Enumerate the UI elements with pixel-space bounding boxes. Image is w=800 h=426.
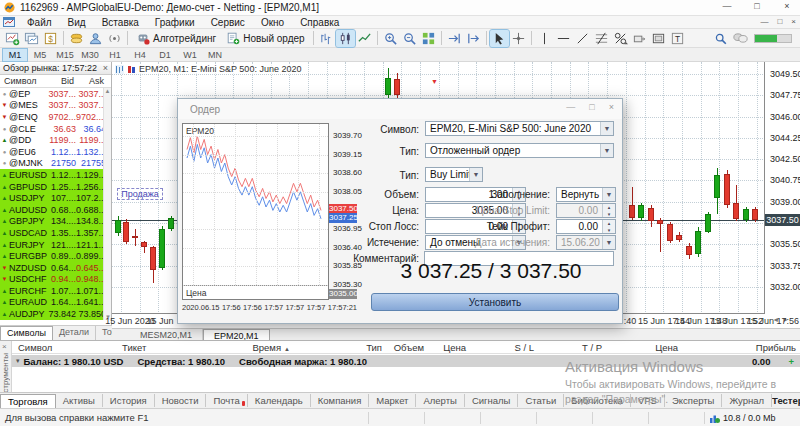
- text-tool-icon[interactable]: T: [668, 30, 687, 47]
- strategy-tester-tab[interactable]: Тестер стратегий: [772, 395, 800, 406]
- timeframe-MN[interactable]: MN: [203, 49, 227, 61]
- trade-column-Время[interactable]: Время▲: [210, 342, 294, 353]
- toolbox-tab-Календарь[interactable]: Календарь: [248, 394, 311, 407]
- fibonacci-tool-icon[interactable]: [592, 30, 611, 47]
- market-row-EURJPY[interactable]: ▲EURJPY121....121.1...: [0, 239, 111, 251]
- toolbox-tab-Библиотека[interactable]: Библиотека: [564, 394, 631, 407]
- auto-scroll-icon[interactable]: [445, 30, 464, 47]
- market-row-EURAUD[interactable]: ▲EURAUD1.64...1.641...: [0, 297, 111, 309]
- market-row-GBPUSD[interactable]: ▲GBPUSD1.25...1.256...: [0, 181, 111, 193]
- chevron-down-icon[interactable]: ▼: [600, 144, 613, 157]
- toolbox-tab-Сигналы[interactable]: Сигналы: [465, 394, 519, 407]
- trade-column-S / L[interactable]: S / L: [470, 342, 538, 353]
- toolbox-tab-Эксперты[interactable]: Эксперты: [665, 394, 723, 407]
- trade-column-Объем[interactable]: Объем: [386, 342, 428, 353]
- search-icon[interactable]: [714, 32, 727, 45]
- menu-item-Окно[interactable]: Окно: [253, 17, 292, 28]
- market-row-GBPJPY[interactable]: ▲GBPJPY134....134.8...: [0, 216, 111, 228]
- new-order-button[interactable]: Новый ордер: [221, 30, 310, 47]
- toolbox-tab-Статьи[interactable]: Статьи: [518, 394, 564, 407]
- chevron-down-icon[interactable]: ▼: [600, 122, 613, 135]
- toolbox-tab-Журнал[interactable]: Журнал: [722, 394, 772, 407]
- accounts-icon[interactable]: [86, 30, 105, 47]
- scroll-up-icon[interactable]: ▲: [105, 88, 111, 94]
- mdi-close-icon[interactable]: ×: [791, 17, 796, 26]
- timeframe-W1[interactable]: W1: [178, 49, 202, 61]
- timeframe-H4[interactable]: H4: [128, 49, 152, 61]
- toolbox-tab-Компания[interactable]: Компания: [311, 394, 369, 407]
- chevron-down-icon[interactable]: ▼: [469, 168, 482, 181]
- signals-icon[interactable]: [105, 30, 124, 47]
- timeframe-M15[interactable]: M15: [53, 49, 77, 61]
- trade-column-Тип[interactable]: Тип: [294, 342, 386, 353]
- order-kind-select[interactable]: Отложенный ордер ▼: [425, 143, 614, 158]
- new-chart-icon[interactable]: [3, 30, 22, 47]
- trade-column-Символ[interactable]: Символ: [12, 342, 116, 353]
- dialog-minimize-icon[interactable]: —: [566, 102, 575, 112]
- trade-column-Прибыль[interactable]: Прибыль: [682, 342, 800, 353]
- cursor-icon[interactable]: [490, 30, 509, 47]
- menu-item-Сервис[interactable]: Сервис: [203, 17, 253, 28]
- market-row-USDCHF[interactable]: ▼USDCHF0.94...0.948...: [0, 274, 111, 286]
- market-row-@EP[interactable]: ●@EP3037...3037...: [0, 88, 111, 100]
- symbol-select[interactable]: EPM20, E-Mini S&P 500: June 2020 ▼: [425, 121, 614, 136]
- history-quotes-icon[interactable]: [67, 30, 86, 47]
- place-order-button[interactable]: Установить: [371, 293, 619, 311]
- timeframe-H1[interactable]: H1: [103, 49, 127, 61]
- minimize-icon[interactable]: —: [720, 1, 734, 11]
- fill-policy-select[interactable]: Вернуть ▼: [556, 187, 616, 202]
- trade-column-Цена[interactable]: Цена: [606, 342, 682, 353]
- market-row-USDJPY[interactable]: ▲USDJPY107....107.2...: [0, 192, 111, 204]
- market-row-@MJNK[interactable]: ●@MJNK2175021755: [0, 158, 111, 170]
- insert-objects-icon[interactable]: [630, 30, 649, 47]
- toolbox-tab-Новости[interactable]: Новости: [155, 394, 207, 407]
- crosshair-icon[interactable]: [509, 30, 528, 47]
- market-row-NZDUSD[interactable]: ▼NZDUSD0.64...0.645...: [0, 262, 111, 274]
- dialog-maximize-icon[interactable]: □: [589, 102, 594, 112]
- zoom-in-icon[interactable]: [381, 30, 400, 47]
- mdi-minimize-icon[interactable]: —: [760, 17, 768, 26]
- spin-down-icon[interactable]: ▾: [603, 227, 615, 234]
- horizontal-line-tool-icon[interactable]: [554, 30, 573, 47]
- candlestick-mode-icon[interactable]: [336, 30, 355, 47]
- market-row-@MES[interactable]: ▼@MES3037...3037...: [0, 100, 111, 112]
- menu-item-Вставка[interactable]: Вставка: [94, 17, 147, 28]
- take-profit-stepper[interactable]: 0.00 ▴▾: [556, 219, 616, 234]
- indicator-window-icon[interactable]: [649, 30, 668, 47]
- market-watch-tab-Символы[interactable]: Символы: [0, 326, 53, 340]
- close-icon[interactable]: ×: [780, 1, 794, 11]
- dialog-close-icon[interactable]: ×: [609, 102, 614, 112]
- trendline-tool-icon[interactable]: [573, 30, 592, 47]
- toolbox-tab-VPS[interactable]: VPS: [631, 394, 665, 407]
- market-watch-close-icon[interactable]: ×: [103, 63, 108, 73]
- menu-item-Вид[interactable]: Вид: [60, 17, 94, 28]
- vertical-line-tool-icon[interactable]: [535, 30, 554, 47]
- timeframe-M5[interactable]: M5: [28, 49, 52, 61]
- chart-tab-MESM20,M1[interactable]: MESM20,M1: [130, 329, 203, 340]
- algo-trading-button[interactable]: Алготрейдинг: [131, 30, 221, 47]
- market-row-@EU6[interactable]: ●@EU61.12...1.132...: [0, 146, 111, 158]
- shapes-tool-icon[interactable]: [611, 30, 630, 47]
- community-chat-icon[interactable]: [733, 32, 748, 44]
- maximize-icon[interactable]: □: [750, 1, 764, 11]
- toolbox-tab-Активы[interactable]: Активы: [56, 394, 103, 407]
- zoom-out-icon[interactable]: [400, 30, 419, 47]
- mdi-restore-icon[interactable]: □: [777, 17, 782, 26]
- column-ask[interactable]: Ask: [74, 76, 106, 86]
- market-row-AUDUSD[interactable]: ▲AUDUSD0.68...0.688...: [0, 204, 111, 216]
- toolbox-close-icon[interactable]: ×: [2, 342, 7, 351]
- toolbox-tab-Маркет[interactable]: Маркет: [369, 394, 416, 407]
- bar-chart-mode-icon[interactable]: [317, 30, 336, 47]
- trade-column-T / P[interactable]: T / P: [538, 342, 606, 353]
- market-watch-icon[interactable]: $: [41, 30, 60, 47]
- tile-windows-icon[interactable]: [419, 30, 438, 47]
- market-row-EURGBP[interactable]: ▲EURGBP0.89...0.899...: [0, 250, 111, 262]
- market-row-EURUSD[interactable]: ▲EURUSD1.12...1.129...: [0, 169, 111, 181]
- market-row-@CLE[interactable]: ●@CLE36.6336.64: [0, 123, 111, 135]
- column-symbol[interactable]: Символ: [0, 76, 44, 86]
- toolbox-tab-Торговля[interactable]: Торговля: [0, 394, 56, 408]
- market-row-EURCHF[interactable]: ▲EURCHF1.07...1.071...: [0, 285, 111, 297]
- balance-row[interactable]: ▾ Баланс: 1 980.10 USD Средства: 1 980.1…: [12, 355, 800, 367]
- toolbox-tab-Почта[interactable]: Почта: [206, 394, 247, 407]
- menu-item-Справка[interactable]: Справка: [292, 17, 347, 28]
